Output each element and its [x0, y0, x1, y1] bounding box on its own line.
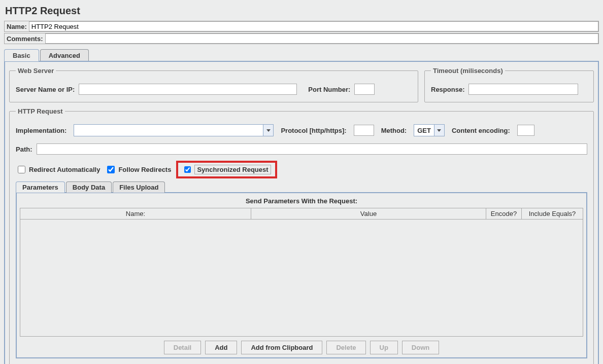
- port-label: Port Number:: [308, 86, 350, 93]
- parameters-title: Send Parameters With the Request:: [20, 196, 583, 208]
- redirect-automatically-checkbox[interactable]: [18, 166, 25, 173]
- name-label: Name:: [5, 22, 29, 31]
- implementation-label: Implementation:: [16, 127, 66, 134]
- name-row: Name:: [4, 21, 599, 32]
- encoding-input[interactable]: [517, 125, 534, 136]
- name-input[interactable]: [29, 21, 598, 31]
- timeout-legend: Timeout (miliseconds): [431, 67, 505, 75]
- response-input[interactable]: [468, 84, 578, 95]
- page-title: HTTP2 Request: [5, 5, 599, 17]
- parameters-panel: Send Parameters With the Request: Name: …: [16, 192, 587, 358]
- detail-button[interactable]: Detail: [164, 341, 201, 354]
- method-value: GET: [414, 125, 434, 136]
- up-button[interactable]: Up: [370, 341, 398, 354]
- inner-tabs: Parameters Body Data Files Upload: [16, 181, 587, 193]
- tab-content-basic: Web Server Server Name or IP: Port Numbe…: [4, 61, 599, 364]
- redirect-automatically-checkbox-wrapper[interactable]: Redirect Automatically: [16, 164, 100, 175]
- tab-parameters[interactable]: Parameters: [16, 181, 65, 193]
- parameters-buttons: Detail Add Add from Clipboard Delete Up …: [20, 337, 583, 354]
- method-select[interactable]: GET: [414, 124, 445, 136]
- port-input[interactable]: [354, 84, 375, 95]
- implementation-select[interactable]: [74, 124, 274, 136]
- add-from-clipboard-button[interactable]: Add from Clipboard: [241, 341, 322, 354]
- response-label: Response:: [431, 86, 464, 93]
- server-name-label: Server Name or IP:: [16, 86, 75, 93]
- web-server-fieldset: Web Server Server Name or IP: Port Numbe…: [9, 67, 418, 102]
- parameters-table-header: Name: Value Encode? Include Equals?: [20, 208, 583, 220]
- tab-basic[interactable]: Basic: [4, 49, 39, 61]
- implementation-value: [74, 125, 263, 136]
- comments-row: Comments:: [4, 33, 599, 44]
- protocol-label: Protocol [http/https]:: [281, 127, 346, 134]
- main-tabs: Basic Advanced: [4, 49, 599, 61]
- down-button[interactable]: Down: [402, 341, 439, 354]
- follow-redirects-checkbox[interactable]: [107, 166, 115, 173]
- http-request-fieldset: HTTP Request Implementation: Protocol [h…: [9, 107, 594, 364]
- synchronized-request-highlight: Synchronized Request: [176, 161, 277, 178]
- protocol-input[interactable]: [354, 125, 374, 136]
- path-label: Path:: [16, 145, 32, 153]
- tab-body-data[interactable]: Body Data: [66, 181, 112, 193]
- tab-advanced[interactable]: Advanced: [40, 49, 89, 61]
- tab-files-upload[interactable]: Files Upload: [113, 181, 165, 193]
- web-server-legend: Web Server: [16, 67, 56, 75]
- method-dropdown-button[interactable]: [434, 125, 444, 136]
- chevron-down-icon: [437, 129, 441, 132]
- col-encode[interactable]: Encode?: [486, 208, 522, 219]
- col-value[interactable]: Value: [251, 208, 486, 219]
- parameters-table-body[interactable]: [20, 220, 583, 336]
- follow-redirects-checkbox-wrapper[interactable]: Follow Redirects: [105, 164, 171, 175]
- server-name-input[interactable]: [79, 84, 297, 95]
- col-include-equals[interactable]: Include Equals?: [522, 208, 583, 219]
- synchronized-request-checkbox[interactable]: [184, 166, 191, 173]
- follow-redirects-label: Follow Redirects: [118, 166, 171, 173]
- implementation-dropdown-button[interactable]: [263, 125, 273, 136]
- timeout-fieldset: Timeout (miliseconds) Response:: [424, 67, 594, 102]
- synchronized-request-label: Synchronized Request: [194, 165, 271, 174]
- encoding-label: Content encoding:: [452, 127, 510, 134]
- parameters-table: Name: Value Encode? Include Equals?: [20, 208, 583, 337]
- comments-input[interactable]: [45, 33, 598, 44]
- col-name[interactable]: Name:: [20, 208, 251, 219]
- delete-button[interactable]: Delete: [326, 341, 365, 354]
- comments-label: Comments:: [5, 34, 45, 44]
- path-input[interactable]: [37, 143, 588, 155]
- add-button[interactable]: Add: [205, 341, 237, 354]
- redirect-automatically-label: Redirect Automatically: [29, 166, 100, 173]
- method-label: Method:: [381, 127, 407, 134]
- http-request-legend: HTTP Request: [16, 107, 65, 115]
- chevron-down-icon: [266, 129, 271, 132]
